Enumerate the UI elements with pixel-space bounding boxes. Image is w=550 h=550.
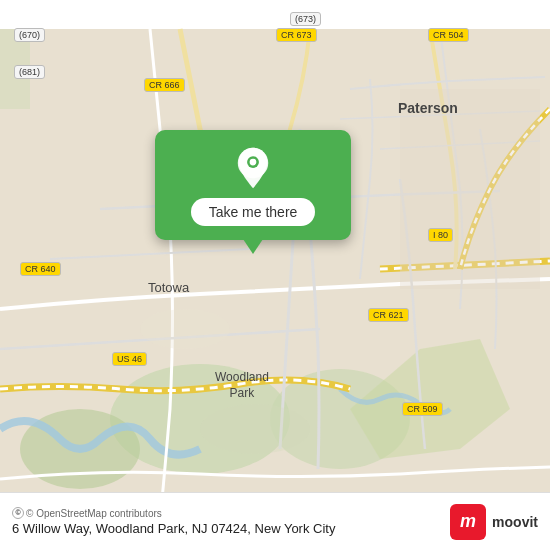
osm-credit-text: © OpenStreetMap contributors [26,508,162,519]
svg-point-11 [250,159,257,166]
bottom-bar: © © OpenStreetMap contributors 6 Willow … [0,492,550,550]
moovit-m-letter: m [460,511,476,532]
moovit-logo: m moovit [450,504,538,540]
osm-credit: © © OpenStreetMap contributors [12,507,335,519]
osm-logo: © [12,507,24,519]
svg-rect-6 [400,89,540,289]
map-background [0,0,550,550]
bottom-info: © © OpenStreetMap contributors 6 Willow … [12,507,335,536]
svg-rect-5 [0,29,30,109]
svg-point-7 [140,309,230,349]
location-popup: Take me there [155,130,351,240]
svg-point-8 [200,404,310,454]
moovit-icon: m [450,504,486,540]
address-text: 6 Willow Way, Woodland Park, NJ 07424, N… [12,521,335,536]
take-me-there-button[interactable]: Take me there [191,198,316,226]
location-pin-icon [231,146,275,190]
moovit-text: moovit [492,514,538,530]
map-container: Totowa WoodlandPark Paterson CR 666 CR 6… [0,0,550,550]
